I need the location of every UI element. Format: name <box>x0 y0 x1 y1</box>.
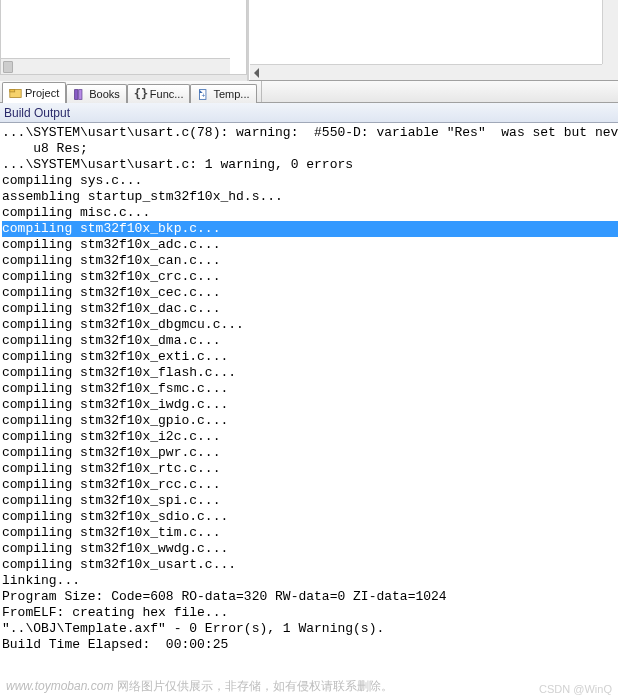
build-log-line[interactable]: compiling stm32f10x_i2c.c... <box>2 429 618 445</box>
build-log-line[interactable]: ...\SYSTEM\usart\usart.c(78): warning: #… <box>2 125 618 141</box>
tab-books[interactable]: Books <box>66 84 127 103</box>
project-tree-content[interactable] <box>0 0 247 75</box>
panel-title: Build Output <box>4 106 70 120</box>
scrollbar-thumb[interactable] <box>3 61 13 73</box>
scroll-left-arrow-icon[interactable] <box>254 68 259 78</box>
splitter-handle[interactable] <box>0 75 247 81</box>
watermark-text: 网络图片仅供展示，非存储，如有侵权请联系删除。 <box>117 679 393 693</box>
build-log-line[interactable]: compiling stm32f10x_can.c... <box>2 253 618 269</box>
build-log-line[interactable]: compiling stm32f10x_cec.c... <box>2 285 618 301</box>
build-log-line[interactable]: "..\OBJ\Template.axf" - 0 Error(s), 1 Wa… <box>2 621 618 637</box>
project-icon <box>9 87 22 100</box>
build-log-line[interactable]: compiling stm32f10x_usart.c... <box>2 557 618 573</box>
build-log-line[interactable]: compiling stm32f10x_adc.c... <box>2 237 618 253</box>
svg-rect-3 <box>79 89 82 99</box>
build-log-line[interactable]: compiling stm32f10x_exti.c... <box>2 349 618 365</box>
templates-icon: + <box>197 88 210 101</box>
watermark-domain: www.toymoban.com <box>6 679 113 693</box>
build-log-line[interactable]: u8 Res; <box>2 141 618 157</box>
build-output-log[interactable]: ...\SYSTEM\usart\usart.c(78): warning: #… <box>0 123 618 678</box>
tab-label: Project <box>25 87 59 99</box>
build-log-line[interactable]: compiling stm32f10x_iwdg.c... <box>2 397 618 413</box>
svg-rect-1 <box>10 89 15 91</box>
svg-text:+: + <box>202 91 206 98</box>
build-log-line[interactable]: compiling stm32f10x_rtc.c... <box>2 461 618 477</box>
build-log-line[interactable]: compiling stm32f10x_bkp.c... <box>2 221 618 237</box>
build-log-line[interactable]: compiling sys.c... <box>2 173 618 189</box>
build-log-line[interactable]: compiling stm32f10x_wwdg.c... <box>2 541 618 557</box>
build-log-line[interactable]: ...\SYSTEM\usart\usart.c: 1 warning, 0 e… <box>2 157 618 173</box>
build-log-line[interactable]: compiling stm32f10x_spi.c... <box>2 493 618 509</box>
build-log-line[interactable]: compiling stm32f10x_flash.c... <box>2 365 618 381</box>
build-log-line[interactable]: compiling stm32f10x_crc.c... <box>2 269 618 285</box>
functions-icon: {} <box>134 88 147 101</box>
build-output-header[interactable]: Build Output <box>0 103 618 123</box>
tab-label: Func... <box>150 88 184 100</box>
build-log-line[interactable]: assembling startup_stm32f10x_hd.s... <box>2 189 618 205</box>
build-log-line[interactable]: compiling stm32f10x_dac.c... <box>2 301 618 317</box>
project-tree-pane <box>0 0 249 81</box>
build-log-line[interactable]: compiling stm32f10x_pwr.c... <box>2 445 618 461</box>
horizontal-scrollbar[interactable] <box>1 58 230 74</box>
tab-project[interactable]: Project <box>2 82 66 103</box>
tab-functions[interactable]: {} Func... <box>127 84 191 103</box>
build-log-line[interactable]: linking... <box>2 573 618 589</box>
build-log-line[interactable]: Build Time Elapsed: 00:00:25 <box>2 637 618 653</box>
build-log-line[interactable]: compiling stm32f10x_rcc.c... <box>2 477 618 493</box>
build-log-line[interactable]: compiling misc.c... <box>2 205 618 221</box>
build-log-line[interactable]: compiling stm32f10x_gpio.c... <box>2 413 618 429</box>
build-log-line[interactable]: compiling stm32f10x_dbgmcu.c... <box>2 317 618 333</box>
books-icon <box>73 88 86 101</box>
horizontal-scrollbar[interactable] <box>250 64 602 80</box>
watermark-right: CSDN @WinQ <box>539 683 612 695</box>
scroll-corner <box>602 64 618 80</box>
editor-pane <box>249 0 618 80</box>
watermark: www.toymoban.com 网络图片仅供展示，非存储，如有侵权请联系删除。 <box>6 678 393 695</box>
build-log-line[interactable]: Program Size: Code=608 RO-data=320 RW-da… <box>2 589 618 605</box>
side-tabs: Project Books {} Func... + Temp... <box>0 81 618 103</box>
build-log-line[interactable]: compiling stm32f10x_fsmc.c... <box>2 381 618 397</box>
build-log-line[interactable]: FromELF: creating hex file... <box>2 605 618 621</box>
vertical-scrollbar[interactable] <box>602 0 618 64</box>
tab-label: Books <box>89 88 120 100</box>
build-log-line[interactable]: compiling stm32f10x_tim.c... <box>2 525 618 541</box>
tab-templates[interactable]: + Temp... <box>190 84 256 103</box>
tabs-divider <box>261 81 271 102</box>
svg-rect-2 <box>75 89 78 99</box>
tab-label: Temp... <box>213 88 249 100</box>
upper-panes <box>0 0 618 81</box>
build-log-line[interactable]: compiling stm32f10x_dma.c... <box>2 333 618 349</box>
build-log-line[interactable]: compiling stm32f10x_sdio.c... <box>2 509 618 525</box>
